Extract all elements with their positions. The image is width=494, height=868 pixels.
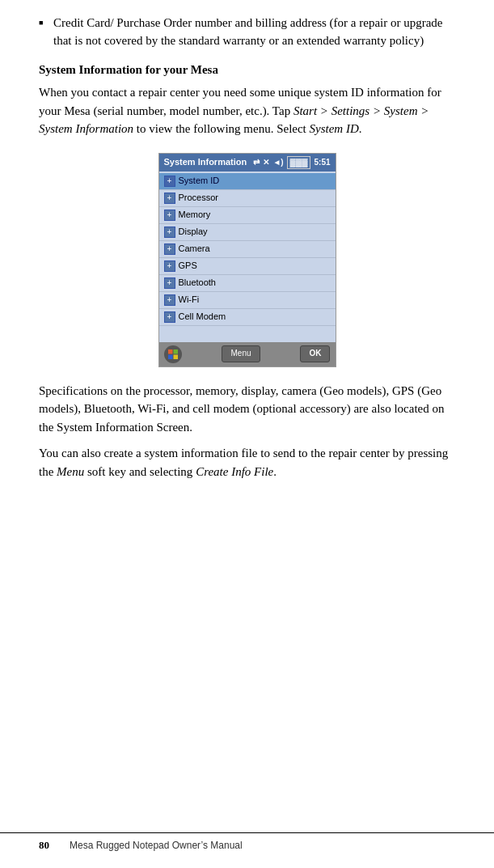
paragraph-3-mid: soft key and selecting <box>84 465 196 478</box>
page-container: ■ Credit Card/ Purchase Order number and… <box>0 0 494 868</box>
windows-start-icon <box>167 349 179 360</box>
device-status-icons: ⇄ ✕ ◄) ▓▓▓ 5:51 <box>253 156 330 170</box>
menu-item-gps: + GPS <box>159 258 336 275</box>
paragraph-3-create: Create Info File <box>196 465 273 478</box>
bullet-text: Credit Card/ Purchase Order number and b… <box>53 15 455 50</box>
device-menu-button: Menu <box>222 345 260 362</box>
svg-rect-2 <box>168 354 173 359</box>
menu-item-cell-modem: + Cell Modem <box>159 309 336 326</box>
menu-label-cell-modem: Cell Modem <box>179 311 226 324</box>
menu-item-system-id: + System ID <box>159 173 336 190</box>
menu-item-processor: + Processor <box>159 190 336 207</box>
svg-rect-1 <box>173 349 178 354</box>
footer-text: Mesa Rugged Notepad Owner’s Manual <box>70 839 243 853</box>
menu-item-wifi: + Wi-Fi <box>159 292 336 309</box>
device-screenshot: System Information ⇄ ✕ ◄) ▓▓▓ 5:51 + Sys… <box>158 153 336 367</box>
paragraph-1-end: to view the following menu. Select <box>133 122 309 135</box>
plus-icon-cell-modem: + <box>164 311 175 323</box>
menu-label-display: Display <box>179 226 208 239</box>
bullet-icon: ■ <box>39 18 53 28</box>
menu-label-bluetooth: Bluetooth <box>179 277 216 290</box>
menu-label-system-id: System ID <box>179 175 220 188</box>
menu-item-bluetooth: + Bluetooth <box>159 275 336 292</box>
paragraph-2: Specifications on the processor, memory,… <box>39 382 455 437</box>
sync-icon: ⇄ <box>253 157 260 169</box>
paragraph-1: When you contact a repair center you nee… <box>39 83 455 138</box>
svg-rect-3 <box>173 354 178 359</box>
page-footer: 80 Mesa Rugged Notepad Owner’s Manual <box>0 832 494 853</box>
menu-label-gps: GPS <box>179 260 197 273</box>
plus-icon-camera: + <box>164 243 175 255</box>
device-spacer <box>159 328 336 342</box>
menu-item-memory: + Memory <box>159 207 336 224</box>
svg-rect-0 <box>168 349 173 354</box>
paragraph-3: You can also create a system information… <box>39 444 455 481</box>
plus-icon-system-id: + <box>164 176 175 187</box>
menu-item-camera: + Camera <box>159 241 336 258</box>
paragraph-3-end: . <box>273 465 277 478</box>
plus-icon-bluetooth: + <box>164 277 175 289</box>
paragraph-1-period: . <box>359 122 362 135</box>
menu-label-camera: Camera <box>179 243 210 256</box>
paragraph-1-select: System ID <box>310 122 359 135</box>
menu-label-memory: Memory <box>179 209 211 222</box>
device-titlebar: System Information ⇄ ✕ ◄) ▓▓▓ 5:51 <box>159 154 336 172</box>
device-footer: Menu OK <box>159 342 336 366</box>
plus-icon-display: + <box>164 227 175 238</box>
menu-item-display: + Display <box>159 224 336 241</box>
footer-page-number: 80 <box>39 838 63 853</box>
menu-label-wifi: Wi-Fi <box>179 294 200 307</box>
menu-label-processor: Processor <box>179 192 219 205</box>
section-heading: System Information for your Mesa <box>39 61 455 79</box>
plus-icon-memory: + <box>164 210 175 221</box>
device-menu-list: + System ID + Processor + Memory + Displ… <box>159 171 336 327</box>
paragraph-3-menu: Menu <box>57 465 84 478</box>
plus-icon-processor: + <box>164 193 175 204</box>
device-start-button <box>164 345 182 363</box>
battery-icon: ▓▓▓ <box>287 156 311 170</box>
time-display: 5:51 <box>314 157 330 169</box>
device-ok-button: OK <box>300 345 330 362</box>
device-title: System Information <box>164 156 247 169</box>
bullet-item: ■ Credit Card/ Purchase Order number and… <box>39 15 455 50</box>
volume-icon: ◄) <box>272 157 283 169</box>
plus-icon-gps: + <box>164 260 175 272</box>
signal-icon: ✕ <box>263 157 269 169</box>
plus-icon-wifi: + <box>164 294 175 306</box>
